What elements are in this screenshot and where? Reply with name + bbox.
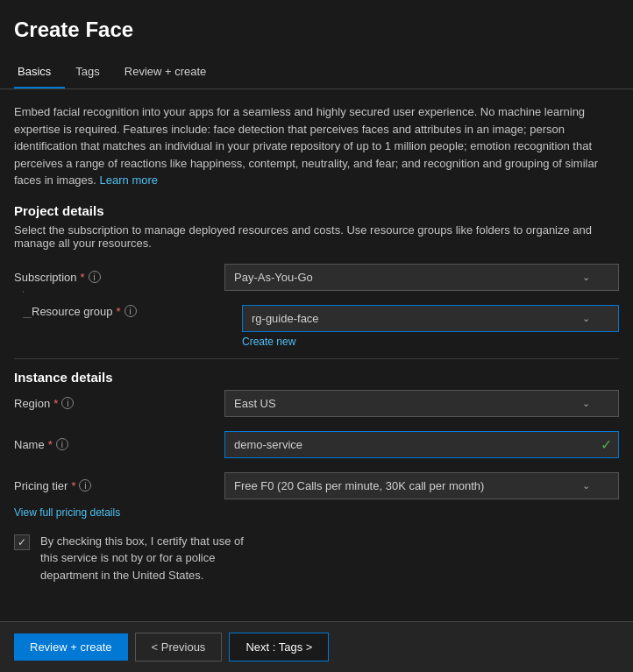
pricing-tier-required: *	[71, 479, 75, 492]
divider-1	[14, 358, 619, 359]
resource-group-label-col: Resource group * i	[32, 305, 242, 318]
region-label: Region	[14, 397, 50, 410]
resource-group-row: Resource group * i rg-guide-face ⌄ Creat…	[14, 305, 619, 348]
page-title: Create Face	[14, 18, 619, 42]
subscription-row: Subscription * i Pay-As-You-Go ⌄	[14, 264, 619, 291]
description-text: Embed facial recognition into your apps …	[14, 103, 619, 189]
next-tags-button[interactable]: Next : Tags >	[229, 633, 329, 661]
pricing-tier-chevron-icon: ⌄	[582, 480, 590, 492]
tab-tags[interactable]: Tags	[72, 56, 113, 88]
resource-group-info-icon[interactable]: i	[124, 305, 137, 317]
page-container: Create Face Basics Tags Review + create …	[0, 0, 633, 672]
region-required: *	[53, 397, 58, 410]
certify-text: By checking this box, I certify that use…	[40, 533, 251, 584]
name-label-col: Name * i	[14, 438, 224, 451]
content-area: Embed facial recognition into your apps …	[0, 89, 633, 621]
review-create-button[interactable]: Review + create	[14, 633, 128, 661]
resource-group-required: *	[117, 305, 121, 318]
pricing-tier-input-col: Free F0 (20 Calls per minute, 30K call p…	[224, 472, 619, 499]
name-input-col: ✓	[224, 431, 619, 458]
pricing-tier-info-icon[interactable]: i	[79, 479, 91, 492]
name-input-wrapper: ✓	[224, 431, 619, 458]
learn-more-link[interactable]: Learn more	[100, 173, 158, 187]
project-details-desc: Select the subscription to manage deploy…	[14, 223, 619, 250]
resource-group-chevron-icon: ⌄	[582, 313, 590, 324]
footer: Review + create < Previous Next : Tags >	[0, 621, 633, 672]
header: Create Face	[0, 0, 633, 56]
certify-checkbox[interactable]	[14, 534, 30, 550]
subscription-info-icon[interactable]: i	[89, 271, 101, 283]
tabs-bar: Basics Tags Review + create	[0, 56, 633, 89]
name-required: *	[48, 438, 53, 451]
region-row: Region * i East US ⌄	[14, 390, 619, 417]
subscription-label-col: Subscription * i	[14, 271, 224, 284]
subscription-label: Subscription	[14, 271, 77, 284]
tab-basics[interactable]: Basics	[14, 56, 65, 88]
subscription-input-col: Pay-As-You-Go ⌄	[224, 264, 619, 291]
project-details-title: Project details	[14, 203, 619, 218]
tab-review-create[interactable]: Review + create	[121, 56, 221, 88]
region-label-col: Region * i	[14, 397, 224, 410]
pricing-tier-row: Pricing tier * i Free F0 (20 Calls per m…	[14, 472, 619, 499]
resource-group-input-col: rg-guide-face ⌄ Create new	[242, 305, 619, 348]
resource-group-select[interactable]: rg-guide-face ⌄	[242, 305, 619, 332]
pricing-tier-label: Pricing tier	[14, 479, 68, 492]
name-valid-icon: ✓	[601, 436, 612, 453]
pricing-tier-select[interactable]: Free F0 (20 Calls per minute, 30K call p…	[224, 472, 619, 499]
subscription-required: *	[81, 271, 85, 284]
instance-details-title: Instance details	[14, 370, 619, 385]
pricing-tier-label-col: Pricing tier * i	[14, 479, 224, 492]
create-new-link[interactable]: Create new	[242, 336, 619, 348]
subscription-select[interactable]: Pay-As-You-Go ⌄	[224, 264, 619, 291]
region-info-icon[interactable]: i	[61, 397, 74, 409]
previous-button[interactable]: < Previous	[135, 633, 223, 661]
subscription-chevron-icon: ⌄	[582, 272, 590, 283]
resource-group-label: Resource group	[32, 305, 113, 318]
region-chevron-icon: ⌄	[582, 398, 590, 409]
view-pricing-link[interactable]: View full pricing details	[14, 506, 619, 519]
name-row: Name * i ✓	[14, 431, 619, 458]
name-info-icon[interactable]: i	[56, 438, 68, 450]
region-input-col: East US ⌄	[224, 390, 619, 417]
name-label: Name	[14, 438, 45, 451]
name-input[interactable]	[224, 431, 619, 458]
certify-row: By checking this box, I certify that use…	[14, 533, 619, 584]
region-select[interactable]: East US ⌄	[224, 390, 619, 417]
